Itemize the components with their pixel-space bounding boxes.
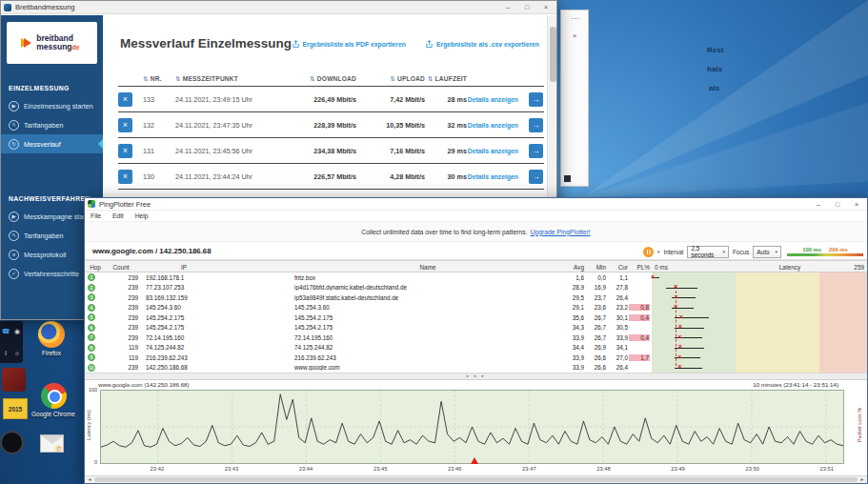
hop-latency-marker: × (677, 362, 681, 372)
column-header-name[interactable]: Name (294, 264, 561, 271)
x-tick-label: 23:45 (373, 466, 388, 472)
hop-number-badge: 4 (88, 304, 95, 312)
desktop-widget-strip[interactable]: ☎ ◉ i ☼ (0, 321, 23, 363)
desktop-icon-chrome[interactable]: Google Chrome (23, 383, 84, 417)
titlebar[interactable]: PingPlotter Free – □ × (85, 198, 867, 211)
details-arrow-button[interactable]: → (529, 118, 543, 132)
hop-row: 811974.125.244.8274.125.244.8234,426,934… (85, 343, 867, 353)
scrollbar-thumb[interactable] (94, 477, 858, 482)
sidebar-item-einzelmessung-starten[interactable]: ▶Einzelmessung starten (1, 96, 103, 115)
y-axis-min: 0 (94, 459, 97, 465)
phone-icon[interactable]: ☎ (2, 328, 10, 335)
desktop-icon-round-app[interactable] (0, 431, 24, 454)
sidebar-item-label: Tarifangaben (24, 232, 64, 240)
details-arrow-button[interactable]: → (529, 170, 543, 184)
camera-icon[interactable]: ◉ (14, 328, 20, 335)
export-icon (292, 40, 300, 49)
close-button[interactable]: × (849, 198, 864, 211)
column-header-nr[interactable]: ⇅NR. (143, 75, 175, 83)
hop-avg: 28,9 (559, 284, 584, 291)
horizontal-scrollbar[interactable]: ◄ ► (85, 475, 867, 483)
hop-packetloss: 0,4 (629, 334, 650, 341)
hop-row: 4239145.254.3.60145.254.3.6029,123,623,2… (85, 303, 867, 313)
desktop-icon-mail[interactable] (40, 434, 64, 453)
scroll-left-arrow[interactable]: ◄ (85, 476, 94, 483)
details-link[interactable]: Details anzeigen (467, 148, 522, 154)
interval-select[interactable]: 2,5 seconds▾ (687, 246, 728, 258)
hop-number-badge: 1 (88, 273, 95, 281)
details-link[interactable]: Details anzeigen (467, 173, 522, 180)
scroll-right-arrow[interactable]: ► (858, 476, 867, 483)
upgrade-link[interactable]: Upgrade PingPlotter! (531, 229, 591, 235)
column-header-upload[interactable]: ⇅UPLOAD (356, 75, 425, 83)
hop-latency-marker: × (674, 282, 677, 292)
minimize-button[interactable]: – (811, 198, 826, 211)
maximize-button[interactable]: □ (830, 198, 845, 211)
row-laufzeit: 29 ms (425, 147, 467, 155)
timeline-plot[interactable] (100, 390, 844, 464)
sort-icon[interactable]: ⇅ (310, 75, 315, 82)
minimize-button[interactable]: – (500, 1, 515, 13)
hop-min: 23,6 (586, 304, 606, 311)
hop-avg: 29,1 (559, 304, 584, 311)
upgrade-banner: Collect unlimited data over time to find… (85, 222, 867, 241)
more-icon[interactable]: ⋯ (571, 14, 578, 23)
hop-number-badge: 3 (88, 293, 95, 301)
delete-measurement-button[interactable]: × (118, 170, 132, 184)
sidebar-item-tarifangaben[interactable]: ✎Tarifangaben (1, 115, 103, 134)
delete-measurement-button[interactable]: × (118, 144, 132, 158)
panel-splitter[interactable]: ● ● ● (85, 373, 867, 380)
chevron-down-icon[interactable]: ▾ (657, 249, 660, 254)
maximize-button[interactable]: □ (519, 1, 535, 13)
column-header-laufzeit[interactable]: ⇅LAUFZEIT (425, 75, 467, 83)
hop-avg: 1,6 (559, 274, 584, 281)
hop-number-badge: 7 (88, 333, 95, 341)
pause-button[interactable] (643, 247, 654, 257)
menu-help[interactable]: Help (130, 212, 154, 219)
latency-axis-label: Latency (714, 264, 866, 271)
export-pdf-link[interactable]: Ergebnisliste als PDF exportieren (292, 40, 406, 49)
sort-icon[interactable]: ⇅ (428, 75, 434, 82)
column-header-download[interactable]: ⇅DOWNLOAD (274, 75, 356, 83)
scrollbar-thumb[interactable] (550, 27, 556, 82)
delete-measurement-button[interactable]: × (118, 92, 132, 107)
column-header-count[interactable]: Count (104, 264, 138, 271)
app-logo: breitband messungde (7, 22, 97, 64)
hop-latency-marker: × (674, 292, 677, 302)
column-header-messzeitpunkt[interactable]: ⇅MESSZEITPUNKT (175, 75, 274, 83)
details-link[interactable]: Details anzeigen (467, 96, 522, 103)
titlebar[interactable]: Breitbandmessung – □ × (1, 1, 556, 14)
hop-name: 72.14.195.160 (294, 334, 333, 341)
background-window-sliver[interactable]: ⋯ × (560, 10, 589, 187)
export-csv-link[interactable]: Ergebnisliste als .csv exportieren (425, 40, 539, 49)
column-label: NR. (151, 75, 162, 82)
details-link[interactable]: Details anzeigen (467, 122, 522, 129)
wallpaper-beam (557, 0, 868, 197)
settings-icon[interactable]: ☼ (14, 350, 20, 356)
details-arrow-button[interactable]: → (529, 144, 543, 158)
column-header-ip[interactable]: IP (146, 264, 222, 271)
trace-target[interactable]: www.google.com / 142.250.186.68 (92, 247, 212, 255)
delete-measurement-button[interactable]: × (118, 118, 132, 132)
close-button[interactable]: × (538, 1, 554, 13)
column-header-avg[interactable]: Avg (559, 264, 584, 271)
row-nr: 133 (143, 95, 175, 104)
menu-edit[interactable]: Edit (107, 212, 130, 219)
hop-name: 216.239.62.243 (294, 354, 336, 361)
column-header-pl[interactable]: PL% (629, 264, 650, 271)
menu-file[interactable]: File (85, 212, 107, 219)
column-header-min[interactable]: Min (586, 264, 606, 271)
column-header-hop[interactable]: Hop (87, 264, 104, 271)
column-header-cur[interactable]: Cur (608, 264, 628, 271)
focus-select[interactable]: Auto▾ (753, 246, 781, 258)
legend-green-label: 100 ms (802, 247, 821, 252)
close-icon[interactable]: × (573, 31, 577, 40)
info-icon[interactable]: i (5, 350, 7, 356)
sort-icon[interactable]: ⇅ (175, 75, 181, 82)
sort-icon[interactable]: ⇅ (143, 75, 149, 82)
hop-name: 145.254.2.175 (294, 324, 333, 331)
sidebar-item-messverlauf[interactable]: ↻Messverlauf (1, 134, 103, 153)
desktop-icon-firefox[interactable]: Firefox (29, 321, 74, 356)
details-arrow-button[interactable]: → (529, 92, 543, 107)
sort-icon[interactable]: ⇅ (390, 75, 395, 82)
